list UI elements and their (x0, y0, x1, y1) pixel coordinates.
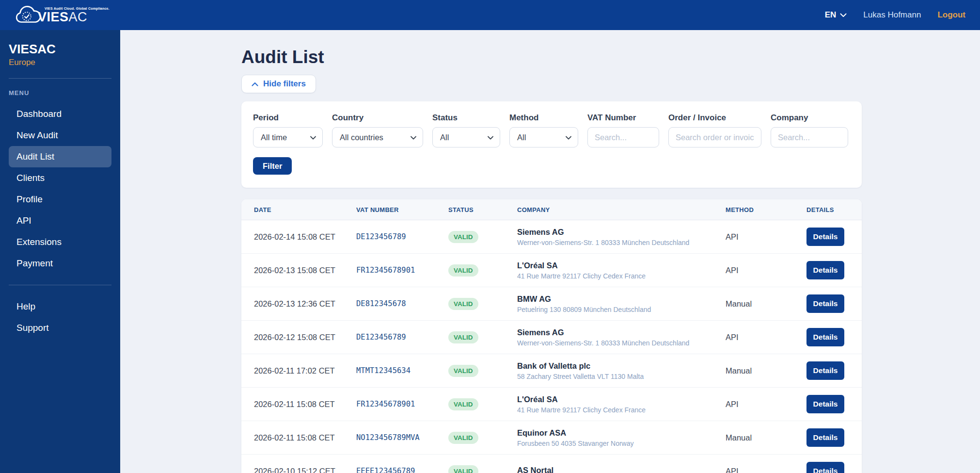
sidebar-footer-nav: Help Support (0, 296, 120, 339)
country-select-value: All countries (340, 133, 383, 142)
company-address: 41 Rue Martre 92117 Clichy Cedex France (517, 406, 726, 414)
column-header-method: METHOD (726, 206, 806, 213)
details-button[interactable]: Details (806, 462, 844, 473)
filter-group-method: Method All (509, 113, 578, 147)
company-name: Siemens AG (517, 328, 726, 337)
status-badge: VALID (448, 365, 478, 377)
company-address: 58 Zachary Street Valletta VLT 1130 Malt… (517, 373, 726, 380)
table-body: 2026-02-14 15:08 CET DE123456789 VALID S… (241, 220, 862, 473)
table-row: 2026-02-13 15:08 CET FR12345678901 VALID… (241, 254, 862, 287)
language-selector[interactable]: EN (825, 10, 847, 20)
vat-number: NO123456789MVA (356, 433, 448, 442)
sidebar-divider (9, 285, 111, 285)
company-address: Werner-von-Siemens-Str. 1 80333 München … (517, 339, 726, 347)
sidebar-item-profile[interactable]: Profile (9, 189, 111, 210)
company-name: Equinor ASA (517, 428, 726, 438)
sidebar-item-help[interactable]: Help (9, 296, 111, 317)
language-label: EN (825, 10, 837, 20)
sidebar-item-clients[interactable]: Clients (9, 167, 111, 189)
hide-filters-button[interactable]: Hide filters (241, 75, 316, 93)
audit-method: Manual (726, 366, 806, 375)
sidebar-item-audit-list[interactable]: Audit List (9, 146, 111, 167)
hide-filters-label: Hide filters (263, 79, 306, 89)
sidebar-region: Europe (0, 57, 120, 67)
audit-method: API (726, 232, 806, 242)
vat-number: MTMT12345634 (356, 366, 448, 375)
filter-label-method: Method (509, 113, 578, 123)
audit-date: 2026-02-10 15:12 CET (254, 467, 356, 473)
filter-label-period: Period (253, 113, 323, 123)
vat-number: DE123456789 (356, 333, 448, 342)
sidebar-item-payment[interactable]: Payment (9, 253, 111, 274)
vat-number: DE812345678 (356, 299, 448, 308)
filter-submit-button[interactable]: Filter (253, 157, 292, 175)
table-header-row: DATE VAT NUMBER STATUS COMPANY METHOD DE… (241, 199, 862, 220)
company-name: AS Nortal (517, 466, 726, 473)
column-header-date: DATE (254, 206, 356, 213)
details-button[interactable]: Details (806, 261, 844, 279)
sidebar-item-dashboard[interactable]: Dashboard (9, 103, 111, 125)
details-button[interactable]: Details (806, 228, 844, 246)
audit-date: 2026-02-12 15:08 CET (254, 333, 356, 342)
sidebar-item-new-audit[interactable]: New Audit (9, 125, 111, 146)
app-screen: VIES Audit Cloud. Global Compliance. VIE… (0, 0, 980, 473)
table-row: 2026-02-14 15:08 CET DE123456789 VALID S… (241, 220, 862, 254)
table-row: 2026-02-11 15:08 CET NO123456789MVA VALI… (241, 421, 862, 455)
status-badge: VALID (448, 465, 478, 473)
sidebar: VIESAC Europe MENU Dashboard New Audit A… (0, 30, 120, 473)
details-button[interactable]: Details (806, 294, 844, 313)
audit-date: 2026-02-11 15:08 CET (254, 433, 356, 442)
audit-date: 2026-02-11 17:02 CET (254, 366, 356, 375)
period-select-value: All time (261, 133, 287, 142)
details-button[interactable]: Details (806, 428, 844, 447)
user-name: Lukas Hofmann (863, 10, 921, 20)
chevron-down-icon (310, 133, 316, 142)
company-input[interactable] (771, 127, 848, 147)
details-button[interactable]: Details (806, 328, 844, 346)
company-address: 41 Rue Martre 92117 Clichy Cedex France (517, 272, 726, 280)
sidebar-divider (9, 78, 111, 79)
column-header-status: STATUS (448, 206, 517, 213)
order-invoice-input[interactable] (668, 127, 761, 147)
company-name: BMW AG (517, 294, 726, 304)
table-row: 2026-02-11 15:08 CET FR12345678901 VALID… (241, 388, 862, 421)
sidebar-brand: VIESAC (0, 42, 120, 57)
column-header-company: COMPANY (517, 206, 726, 213)
vat-number: DE123456789 (356, 232, 448, 241)
sidebar-item-api[interactable]: API (9, 210, 111, 231)
audit-method: API (726, 333, 806, 342)
vat-number: FR12345678901 (356, 266, 448, 275)
audit-method: API (726, 467, 806, 473)
chevron-down-icon (566, 133, 571, 142)
company-name: Bank of Valletta plc (517, 361, 726, 371)
logout-button[interactable]: Logout (937, 10, 965, 20)
company-name: L'Oréal SA (517, 395, 726, 404)
sidebar-item-extensions[interactable]: Extensions (9, 231, 111, 253)
filter-group-period: Period All time (253, 113, 323, 147)
audit-date: 2026-02-14 15:08 CET (254, 232, 356, 242)
details-button[interactable]: Details (806, 361, 844, 380)
sidebar-menu-label: MENU (0, 89, 120, 97)
method-select-value: All (517, 133, 526, 142)
filter-label-vat-number: VAT Number (587, 113, 659, 123)
status-badge: VALID (448, 298, 478, 310)
filter-label-company: Company (771, 113, 848, 123)
vat-number-input[interactable] (587, 127, 659, 147)
logo-text: VIES Audit Cloud. Global Compliance. VIE… (38, 7, 110, 24)
method-select[interactable]: All (509, 127, 578, 147)
status-badge: VALID (448, 398, 478, 410)
table-row: 2026-02-10 15:12 CET EEEE123456789 VALID… (241, 455, 862, 473)
status-select[interactable]: All (432, 127, 500, 147)
sidebar-item-support[interactable]: Support (9, 317, 111, 339)
table-row: 2026-02-12 15:08 CET DE123456789 VALID S… (241, 321, 862, 354)
period-select[interactable]: All time (253, 127, 323, 147)
filter-group-status: Status All (432, 113, 500, 147)
filter-label-status: Status (432, 113, 500, 123)
app-logo[interactable]: VIES Audit Cloud. Global Compliance. VIE… (14, 4, 110, 26)
status-badge: VALID (448, 231, 478, 243)
country-select[interactable]: All countries (332, 127, 423, 147)
details-button[interactable]: Details (806, 395, 844, 413)
sidebar-nav: Dashboard New Audit Audit List Clients P… (0, 103, 120, 274)
audit-method: Manual (726, 299, 806, 309)
company-name: Siemens AG (517, 228, 726, 237)
